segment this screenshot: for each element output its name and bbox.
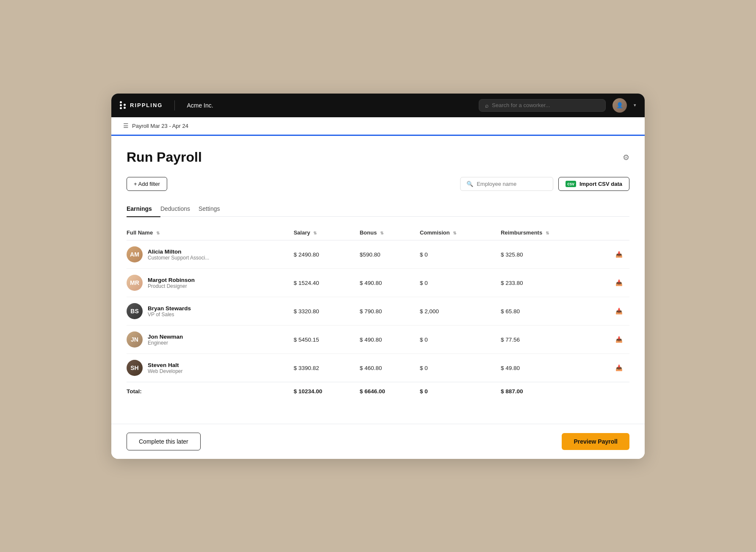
employee-name: Alicia Milton	[148, 248, 209, 255]
preview-payroll-button[interactable]: Preview Payroll	[562, 433, 629, 450]
bonus-cell: $ 490.80	[360, 269, 420, 297]
employee-info: Jon Newman Engineer	[148, 334, 183, 346]
complete-later-label: Complete this later	[139, 438, 188, 445]
salary-cell: $ 3390.82	[294, 354, 360, 382]
breadcrumb-bar: ☰ Payroll Mar 23 - Apr 24	[111, 117, 645, 136]
global-search-input[interactable]	[492, 102, 599, 108]
add-filter-button[interactable]: + Add filter	[127, 177, 167, 191]
import-csv-button[interactable]: csv Import CSV data	[558, 177, 629, 191]
table-body: AM Alicia Milton Customer Support Associ…	[127, 240, 629, 401]
bonus-cell: $ 790.80	[360, 297, 420, 326]
preview-payroll-label: Preview Payroll	[574, 438, 618, 445]
footer: Complete this later Preview Payroll	[111, 424, 645, 459]
commision-cell: $ 0	[420, 326, 501, 354]
row-action-icon[interactable]: 📥	[603, 269, 629, 297]
row-action-icon[interactable]: 📥	[603, 240, 629, 269]
employee-role: Product Designer	[148, 283, 195, 289]
settings-gear-icon[interactable]: ⚙	[623, 153, 629, 162]
reimbursments-cell: $ 49.80	[501, 354, 603, 382]
tab-deductions[interactable]: Deductions	[160, 201, 199, 217]
col-reimbursments[interactable]: Reimbursments ⇅	[501, 225, 603, 240]
row-action-icon[interactable]: 📥	[603, 354, 629, 382]
employee-cell: AM Alicia Milton Customer Support Associ…	[127, 240, 294, 269]
logo: RIPPLING	[120, 101, 163, 109]
bonus-cell: $ 460.80	[360, 354, 420, 382]
col-bonus[interactable]: Bonus ⇅	[360, 225, 420, 240]
sort-arrows-reimbursments: ⇅	[546, 231, 549, 235]
commision-cell: $ 0	[420, 240, 501, 269]
logo-text: RIPPLING	[130, 102, 163, 108]
table-header: Full Name ⇅ Salary ⇅ Bonus ⇅ Commision ⇅	[127, 225, 629, 240]
company-name: Acme Inc.	[187, 102, 213, 109]
col-fullname[interactable]: Full Name ⇅	[127, 225, 294, 240]
import-csv-label: Import CSV data	[579, 181, 622, 187]
reimbursments-cell: $ 233.80	[501, 269, 603, 297]
employee-info: Steven Halt Web Developer	[148, 362, 183, 374]
logo-dot	[124, 107, 126, 109]
employee-name: Steven Halt	[148, 362, 183, 368]
page-title: Run Payroll	[127, 149, 202, 165]
salary-cell: $ 5450.15	[294, 326, 360, 354]
logo-dot	[120, 104, 122, 106]
logo-dot	[120, 107, 122, 109]
payroll-table: Full Name ⇅ Salary ⇅ Bonus ⇅ Commision ⇅	[127, 225, 629, 400]
reimbursments-cell: $ 77.56	[501, 326, 603, 354]
table-row: AM Alicia Milton Customer Support Associ…	[127, 240, 629, 269]
top-nav: RIPPLING Acme Inc. ⌕ 👤 ▾	[111, 94, 645, 117]
employee-name: Margot Robinson	[148, 277, 195, 283]
employee-role: Customer Support Associ...	[148, 255, 209, 261]
complete-later-button[interactable]: Complete this later	[127, 433, 201, 450]
avatar: JN	[127, 331, 143, 348]
employee-name: Jon Newman	[148, 334, 183, 340]
employee-search[interactable]: 🔍	[460, 177, 553, 191]
table-row: JN Jon Newman Engineer $ 5450.15 $ 490.8…	[127, 326, 629, 354]
col-commision[interactable]: Commision ⇅	[420, 225, 501, 240]
main-content: Run Payroll ⚙ + Add filter 🔍 csv Import …	[111, 136, 645, 424]
totals-row: Total: $ 10234.00 $ 6646.00 $ 0 $ 887.00	[127, 382, 629, 401]
avatar: SH	[127, 360, 143, 376]
search-icon: ⌕	[485, 102, 488, 109]
avatar: BS	[127, 303, 143, 319]
sort-arrows-commision: ⇅	[453, 231, 456, 235]
reimbursments-cell: $ 325.80	[501, 240, 603, 269]
row-action-icon[interactable]: 📥	[603, 297, 629, 326]
commision-cell: $ 0	[420, 269, 501, 297]
total-label: Total:	[127, 382, 294, 401]
employee-role: Web Developer	[148, 368, 183, 374]
bonus-cell: $ 490.80	[360, 326, 420, 354]
row-action-icon[interactable]: 📥	[603, 326, 629, 354]
nav-divider	[174, 100, 175, 110]
tabs: Earnings Deductions Settings	[127, 201, 629, 217]
tab-settings[interactable]: Settings	[199, 201, 229, 217]
employee-cell: SH Steven Halt Web Developer	[127, 354, 294, 382]
user-avatar[interactable]: 👤	[613, 98, 627, 113]
col-actions	[603, 225, 629, 240]
chevron-down-icon[interactable]: ▾	[634, 102, 636, 108]
rippling-logo-icon	[120, 101, 126, 109]
employee-search-input[interactable]	[477, 181, 547, 187]
breadcrumb-icon: ☰	[123, 122, 129, 129]
table-row: MR Margot Robinson Product Designer $ 15…	[127, 269, 629, 297]
table-row: SH Steven Halt Web Developer $ 3390.82 $…	[127, 354, 629, 382]
total-bonus: $ 6646.00	[360, 382, 420, 401]
global-search[interactable]: ⌕	[479, 99, 606, 112]
employee-info: Bryan Stewards VP of Sales	[148, 305, 191, 317]
commision-cell: $ 2,000	[420, 297, 501, 326]
commision-cell: $ 0	[420, 354, 501, 382]
employee-info: Alicia Milton Customer Support Associ...	[148, 248, 209, 261]
page-header: Run Payroll ⚙	[127, 149, 629, 165]
employee-cell: BS Bryan Stewards VP of Sales	[127, 297, 294, 326]
main-window: RIPPLING Acme Inc. ⌕ 👤 ▾ ☰ Payroll Mar 2…	[111, 94, 645, 459]
logo-dot	[124, 104, 126, 106]
tab-earnings[interactable]: Earnings	[127, 201, 160, 217]
bonus-cell: $590.80	[360, 240, 420, 269]
reimbursments-cell: $ 65.80	[501, 297, 603, 326]
filter-right: 🔍 csv Import CSV data	[460, 177, 629, 191]
add-filter-label: + Add filter	[134, 181, 160, 187]
col-salary[interactable]: Salary ⇅	[294, 225, 360, 240]
sort-arrows-fullname: ⇅	[156, 231, 160, 235]
employee-cell: JN Jon Newman Engineer	[127, 326, 294, 354]
avatar: AM	[127, 246, 143, 262]
employee-info: Margot Robinson Product Designer	[148, 277, 195, 289]
salary-cell: $ 1524.40	[294, 269, 360, 297]
